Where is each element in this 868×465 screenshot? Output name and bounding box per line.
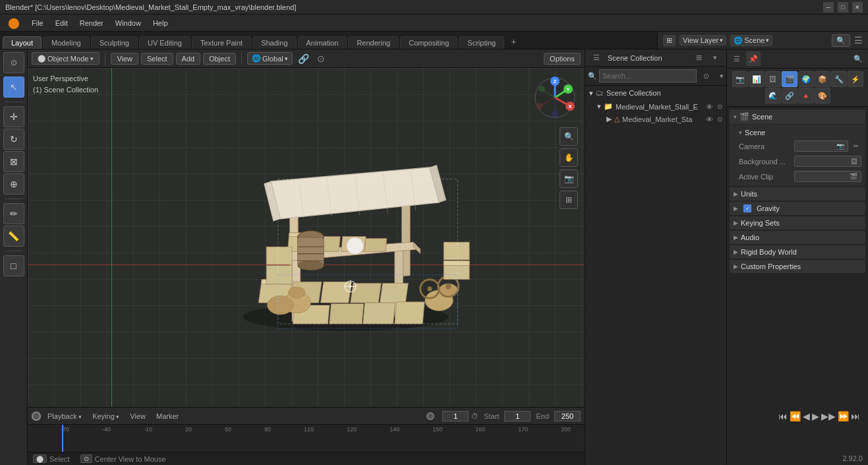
close-button[interactable]: ✕	[852, 2, 863, 13]
outliner-filter-btn[interactable]: ⊞	[691, 51, 706, 65]
outliner-sort-btn[interactable]: ▾	[714, 69, 726, 83]
particles-props-icon[interactable]: ⚡	[848, 71, 863, 87]
scene-section-header[interactable]: ▾ 🎬 Scene	[730, 109, 865, 124]
visibility-icon[interactable]: 👁	[706, 103, 713, 111]
mesh-visibility-icon[interactable]: 👁	[706, 115, 713, 123]
menu-file[interactable]: File	[26, 18, 49, 28]
filter-icon[interactable]: ☰	[854, 35, 863, 46]
scene-selector[interactable]: 🌐 Scene ▾	[730, 35, 772, 46]
object-props-icon[interactable]: 📦	[815, 71, 830, 87]
world-props-icon[interactable]: 🌍	[798, 71, 814, 87]
add-workspace-button[interactable]: +	[506, 34, 521, 49]
search-global-btn[interactable]: 🔍	[832, 34, 850, 47]
material-props-icon[interactable]: 🎨	[815, 88, 830, 104]
camera-view-icon[interactable]: 📷	[560, 170, 578, 188]
maximize-button[interactable]: □	[838, 2, 848, 13]
output-props-icon[interactable]: 📊	[749, 71, 765, 87]
navigation-gizmo[interactable]: Z Y X	[532, 75, 578, 121]
tab-shading[interactable]: Shading	[252, 36, 296, 49]
props-search-btn[interactable]: 🔍	[851, 51, 865, 66]
menu-render[interactable]: Render	[74, 18, 109, 28]
units-section-header[interactable]: ▶ Units	[730, 187, 865, 201]
transform-tool[interactable]: ⊕	[3, 173, 24, 195]
annotate-tool[interactable]: ✏	[3, 203, 24, 224]
scene-collection-row[interactable]: ▾ 🗂 Scene Collection	[585, 86, 726, 100]
props-menu-btn[interactable]: ☰	[730, 51, 744, 66]
marker-menu[interactable]: Marker	[152, 411, 183, 421]
zoom-in-icon[interactable]: 🔍	[560, 127, 578, 146]
props-pin-btn[interactable]: 📌	[746, 51, 761, 66]
data-props-icon[interactable]: 🔺	[798, 88, 814, 104]
timeline-body[interactable]: -70 -40 -10 20 50 80 110 120 140 150 160…	[28, 425, 585, 452]
tab-modeling[interactable]: Modeling	[43, 36, 90, 49]
tab-uv-editing[interactable]: UV Editing	[139, 36, 190, 49]
tab-texture-paint[interactable]: Texture Paint	[192, 36, 251, 49]
outliner-collection-item[interactable]: ▾ 📁 Medieval_Market_Stall_E 👁 ⊙	[585, 100, 726, 113]
mesh-visibility-render-icon[interactable]: ⊙	[717, 115, 722, 123]
modifier-props-icon[interactable]: 🔧	[831, 71, 847, 87]
outliner-options-btn[interactable]: ▾	[708, 51, 722, 65]
add-menu[interactable]: Add	[176, 53, 201, 65]
view-menu[interactable]: View	[111, 53, 138, 65]
transform-space-dropdown[interactable]: 🌐 Global ▾	[247, 52, 293, 65]
custom-props-section-header[interactable]: ▶ Custom Properties	[730, 260, 865, 273]
tab-scripting[interactable]: Scripting	[459, 36, 504, 49]
outliner-mesh-item[interactable]: ▶ △ Medieval_Market_Sta 👁 ⊙	[585, 113, 726, 125]
proportional-edit-toggle[interactable]: ⊙	[314, 52, 328, 65]
tab-sculpting[interactable]: Sculpting	[91, 36, 138, 49]
rigid-body-section-header[interactable]: ▶ Rigid Body World	[730, 245, 865, 259]
tab-rendering[interactable]: Rendering	[348, 36, 399, 49]
gravity-section-header[interactable]: ▶ ✓ Gravity	[730, 202, 865, 215]
scene-props-icon[interactable]: 🎬	[782, 71, 797, 87]
view-layer-selector[interactable]: View Layer ▾	[680, 35, 726, 46]
menu-window[interactable]: Window	[110, 18, 146, 28]
audio-section-header[interactable]: ▶ Audio	[730, 231, 865, 244]
end-frame-input[interactable]: 250	[554, 411, 581, 421]
scene-sub-header[interactable]: ▾ Scene	[739, 127, 861, 139]
mode-icon[interactable]: ⊙	[3, 52, 24, 73]
outliner-filter-type-btn[interactable]: ⊙	[699, 69, 713, 83]
minimize-button[interactable]: ─	[823, 2, 834, 13]
keying-sets-section-header[interactable]: ▶ Keying Sets	[730, 216, 865, 230]
keying-menu[interactable]: Keying	[88, 411, 123, 421]
tab-animation[interactable]: Animation	[298, 36, 347, 49]
playback-menu[interactable]: Playback	[43, 411, 86, 421]
outliner-search-input[interactable]	[599, 69, 697, 82]
ortho-view-icon[interactable]: ⊞	[560, 191, 578, 209]
select-menu[interactable]: Select	[141, 53, 173, 65]
visibility-render-icon[interactable]: ⊙	[717, 103, 722, 110]
camera-prop-value[interactable]: 📷	[794, 140, 848, 152]
menu-edit[interactable]: Edit	[50, 18, 73, 28]
current-frame-input[interactable]: 1	[442, 411, 469, 421]
render-props-icon[interactable]: 📷	[732, 71, 748, 87]
add-cube-tool[interactable]: □	[3, 255, 24, 276]
blender-logo-icon[interactable]: ⬤	[3, 15, 25, 30]
snap-toggle[interactable]: 🔗	[295, 52, 312, 65]
keyframe-dot[interactable]	[426, 412, 434, 420]
viewport-3d[interactable]: User Perspective (1) Scene Collection Z …	[28, 68, 585, 407]
timeline-icon[interactable]	[32, 412, 41, 421]
move-tool[interactable]: ✛	[3, 106, 24, 127]
background-prop-value[interactable]: 🖼	[794, 156, 861, 167]
pan-icon[interactable]: ✋	[560, 148, 578, 167]
active-workspace-selector[interactable]: ⊞	[663, 35, 676, 46]
tab-layout[interactable]: Layout	[3, 36, 42, 49]
object-menu[interactable]: Object	[203, 53, 236, 65]
camera-edit-btn[interactable]: ✏	[851, 141, 861, 152]
measure-tool[interactable]: 📏	[3, 226, 24, 247]
menu-help[interactable]: Help	[148, 18, 173, 28]
view-layer-props-icon[interactable]: 🖼	[765, 71, 781, 87]
scale-tool[interactable]: ⊠	[3, 151, 24, 172]
cursor-tool[interactable]: ↖	[3, 77, 24, 98]
physics-props-icon[interactable]: 🌊	[765, 88, 781, 104]
rotate-tool[interactable]: ↻	[3, 129, 24, 150]
view-menu-tl[interactable]: View	[126, 411, 150, 421]
active-clip-prop-value[interactable]: 🎬	[794, 171, 861, 182]
tab-compositing[interactable]: Compositing	[400, 36, 457, 49]
options-button[interactable]: Options	[544, 53, 581, 65]
object-mode-dropdown[interactable]: ⬤ Object Mode	[32, 52, 100, 65]
outliner-menu-btn[interactable]: ☰	[589, 51, 604, 65]
constraints-props-icon[interactable]: 🔗	[782, 88, 797, 104]
start-frame-input[interactable]: 1	[504, 411, 531, 421]
gravity-checkbox[interactable]: ✓	[743, 204, 751, 212]
